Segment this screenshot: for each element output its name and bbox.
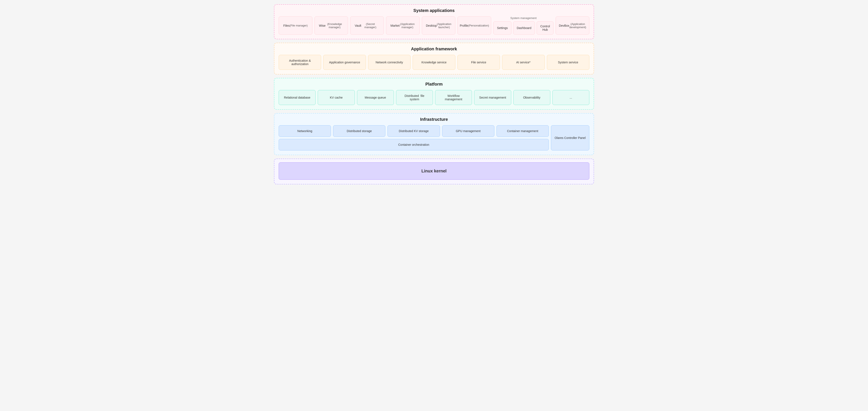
card-distributed-fs: Distributed file system — [396, 90, 433, 105]
card-workflow: Workflow management — [435, 90, 472, 105]
platform-title: Platform — [279, 82, 589, 87]
platform-section: Platform Relational database KV cache Me… — [274, 78, 594, 110]
architecture-diagram: System applications Files(File manager) … — [274, 4, 594, 184]
card-vault: Vault(Secret manager) — [350, 17, 384, 35]
system-apps-row: Files(File manager) Wise(Knowledge manag… — [279, 17, 589, 35]
card-kv-cache: KV cache — [318, 90, 354, 105]
infra-main: Networking Distributed storage Distribut… — [279, 125, 589, 151]
card-control-hub: Control Hub — [537, 21, 554, 35]
card-settings: Settings — [493, 21, 512, 35]
system-mgmt-group: System management Settings Dashboard Con… — [493, 17, 554, 35]
card-app-governance: Application governance — [323, 55, 366, 70]
card-devbox: DevBox(Application development) — [556, 17, 589, 35]
card-linux: Linux kernel — [279, 162, 589, 180]
card-olares-panel: Olares Controller Panel — [551, 125, 589, 151]
system-mgmt-label: System management — [493, 17, 554, 20]
card-gpu-mgmt: GPU management — [442, 125, 494, 137]
card-system-service: System service — [547, 55, 589, 70]
card-market: Market(Application manager) — [386, 17, 420, 35]
infrastructure-section: Infrastructure Networking Distributed st… — [274, 113, 594, 155]
card-dist-storage: Distributed storage — [333, 125, 385, 137]
app-framework-title: Application framework — [279, 46, 589, 52]
system-apps-title: System applications — [279, 8, 589, 13]
card-auth: Authentication & authorization — [279, 55, 321, 70]
card-profile: Profile(Personalization) — [458, 17, 491, 35]
infra-left: Networking Distributed storage Distribut… — [279, 125, 549, 151]
card-relational-db: Relational database — [279, 90, 316, 105]
card-dist-kv: Distributed KV storage — [388, 125, 440, 137]
app-framework-section: Application framework Authentication & a… — [274, 43, 594, 74]
card-container-mgmt: Container management — [497, 125, 549, 137]
card-wise: Wise(Knowledge manager) — [314, 17, 348, 35]
platform-row: Relational database KV cache Message que… — [279, 90, 589, 105]
card-network: Network connectivity — [368, 55, 410, 70]
infra-top-row: Networking Distributed storage Distribut… — [279, 125, 549, 137]
card-ellipsis: ... — [552, 90, 589, 105]
card-ai-service: AI service* — [502, 55, 545, 70]
card-container-orch: Container orchestration — [279, 139, 549, 151]
card-networking: Networking — [279, 125, 331, 137]
infrastructure-title: Infrastructure — [279, 117, 589, 122]
app-framework-row: Authentication & authorization Applicati… — [279, 55, 589, 70]
linux-section: Linux kernel — [274, 159, 594, 184]
card-desktop: Desktop(Application launcher) — [422, 17, 456, 35]
system-apps-section: System applications Files(File manager) … — [274, 4, 594, 39]
card-observability: Observability — [514, 90, 550, 105]
system-mgmt-cards: Settings Dashboard Control Hub — [493, 21, 554, 35]
card-dashboard: Dashboard — [513, 21, 535, 35]
card-message-queue: Message queue — [357, 90, 394, 105]
card-files: Files(File manager) — [279, 17, 312, 35]
card-file-service: File service — [458, 55, 500, 70]
card-secret-mgmt: Secret management — [474, 90, 511, 105]
card-knowledge: Knowledge service — [413, 55, 455, 70]
